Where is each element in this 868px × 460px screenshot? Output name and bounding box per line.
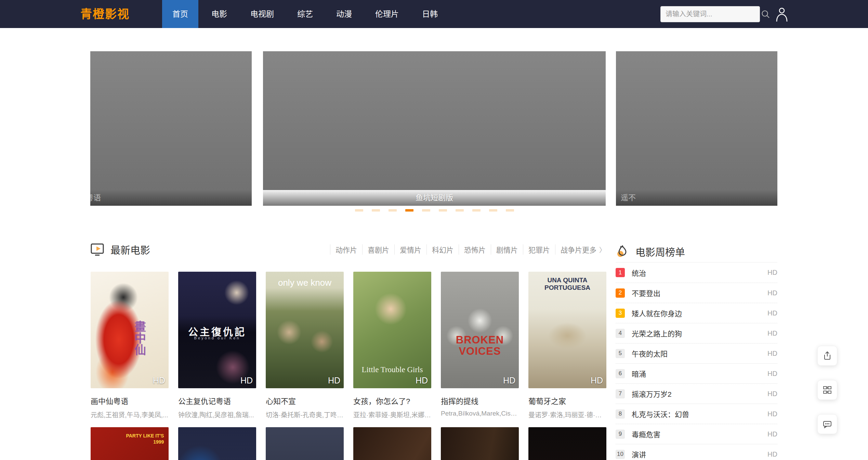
category-link[interactable]: 爱情片 xyxy=(394,244,421,255)
quality-badge: HD xyxy=(503,376,515,385)
category-link[interactable]: 喜剧片 xyxy=(362,244,389,255)
movie-card[interactable] xyxy=(266,427,344,460)
carousel-dot[interactable] xyxy=(389,209,397,212)
movie-card[interactable]: only we know HD 心知不宣 切洛·桑托斯-孔奇奥,丁咚·... xyxy=(266,272,344,419)
ranking-movie-title[interactable]: 统治 xyxy=(632,268,646,278)
comment-button[interactable] xyxy=(817,414,837,434)
poster-artwork-text: 畫中仙 xyxy=(131,321,147,355)
carousel-dot[interactable] xyxy=(422,209,430,212)
top-navbar: 青橙影视 首页 电影 电视剧 综艺 动漫 伦理片 日韩 xyxy=(0,0,868,28)
ranking-movie-title[interactable]: 光荣之路上的狗 xyxy=(632,328,682,338)
search-input[interactable] xyxy=(661,6,761,22)
nav-item[interactable]: 日韩 xyxy=(412,0,448,28)
user-account-icon[interactable] xyxy=(775,6,789,22)
ranking-movie-title[interactable]: 不要登出 xyxy=(632,288,660,298)
category-link[interactable]: 科幻片 xyxy=(426,244,453,255)
carousel-dot[interactable] xyxy=(456,209,464,212)
qr-code-button[interactable] xyxy=(817,380,837,400)
movie-poster[interactable]: BROKEN VOICES HD xyxy=(441,272,519,388)
carousel-dot[interactable] xyxy=(472,209,481,212)
ranking-movie-title[interactable]: 演讲 xyxy=(632,449,646,459)
carousel-dot[interactable] xyxy=(372,209,380,212)
quality-badge: HD xyxy=(240,376,253,385)
more-link[interactable]: 更多 〉 xyxy=(582,244,606,255)
movie-card[interactable] xyxy=(441,427,519,460)
nav-item[interactable]: 电视剧 xyxy=(240,0,284,28)
ranking-movie-title[interactable]: 摇滚万万岁2 xyxy=(632,389,672,399)
ranking-row[interactable]: 4 光荣之路上的狗 HD xyxy=(616,323,777,343)
ranking-row[interactable]: 2 不要登出 HD xyxy=(616,283,777,303)
ranking-row[interactable]: 8 札克与沃沃：幻兽 HD xyxy=(616,404,777,424)
movie-card[interactable]: BROKEN VOICES HD 指挥的提线 Petra,Bílková,Mar… xyxy=(441,272,519,419)
ranking-row[interactable]: 6 暗涌 HD xyxy=(616,363,777,383)
ranking-row[interactable]: 7 摇滚万万岁2 HD xyxy=(616,383,777,404)
movie-poster[interactable] xyxy=(353,427,431,460)
quality-badge: HD xyxy=(591,376,603,385)
poster-artwork-text: BROKEN VOICES xyxy=(441,335,519,357)
category-link[interactable]: 剧情片 xyxy=(491,244,518,255)
movie-poster[interactable] xyxy=(528,427,606,460)
carousel-dot[interactable] xyxy=(355,209,363,212)
ranking-movie-title[interactable]: 午夜的太阳 xyxy=(632,348,668,358)
carousel-dot[interactable] xyxy=(439,209,447,212)
movie-card[interactable] xyxy=(178,427,256,460)
movie-card[interactable] xyxy=(528,427,606,460)
movie-poster[interactable]: 公主復仇記 Beyond our Ken HD xyxy=(178,272,256,388)
category-link[interactable]: 动作片 xyxy=(330,244,357,255)
nav-item[interactable]: 电影 xyxy=(201,0,237,28)
carousel-slide-main[interactable]: 鱼坑短剧版 xyxy=(263,51,606,206)
category-link[interactable]: 恐怖片 xyxy=(459,244,486,255)
movie-poster[interactable]: PARTY LIKE IT'S 1999 xyxy=(91,427,169,460)
ranking-row[interactable]: 9 毒瘾危害 HD xyxy=(616,424,777,444)
quality-label: HD xyxy=(767,370,777,378)
movie-poster[interactable] xyxy=(266,427,344,460)
search-icon[interactable] xyxy=(761,10,770,19)
ranking-movie-title[interactable]: 矮人就在你身边 xyxy=(632,308,682,318)
movie-title[interactable]: 指挥的提线 xyxy=(441,395,519,406)
movie-poster[interactable]: Little Trouble Girls HD xyxy=(353,272,431,388)
ranking-row[interactable]: 1 统治 HD xyxy=(616,262,777,283)
quality-label: HD xyxy=(767,269,777,276)
nav-item[interactable]: 首页 xyxy=(162,0,198,28)
carousel-slide-left[interactable]: 粤语 xyxy=(90,51,252,206)
ranking-movie-title[interactable]: 毒瘾危害 xyxy=(632,429,660,439)
movie-title[interactable]: 葡萄牙之家 xyxy=(528,395,606,406)
nav-item[interactable]: 伦理片 xyxy=(365,0,409,28)
main-nav: 首页 电影 电视剧 综艺 动漫 伦理片 日韩 xyxy=(162,0,451,28)
share-button[interactable] xyxy=(817,346,837,366)
nav-item[interactable]: 综艺 xyxy=(287,0,323,28)
chevron-right-icon: 〉 xyxy=(599,245,606,254)
movie-title[interactable]: 公主复仇记粤语 xyxy=(178,395,256,406)
carousel-dot[interactable] xyxy=(506,209,514,212)
rank-badge: 8 xyxy=(616,409,625,419)
movie-poster[interactable]: UNA QUINTA PORTUGUESA HD xyxy=(528,272,606,388)
movie-poster[interactable]: only we know HD xyxy=(266,272,344,388)
movie-card[interactable]: UNA QUINTA PORTUGUESA HD 葡萄牙之家 曼诺罗·索洛,玛丽… xyxy=(528,272,606,419)
movie-poster[interactable] xyxy=(441,427,519,460)
movie-card[interactable]: 公主復仇記 Beyond our Ken HD 公主复仇记粤语 钟欣潼,陶红,吴… xyxy=(178,272,256,419)
ranking-movie-title[interactable]: 札克与沃沃：幻兽 xyxy=(632,409,689,419)
ranking-row[interactable]: 10 演讲 HD xyxy=(616,444,777,460)
carousel-slide-right[interactable]: 遥不 xyxy=(616,51,777,206)
movie-title[interactable]: 画中仙粤语 xyxy=(91,395,169,406)
carousel-dot[interactable] xyxy=(405,209,413,212)
movie-poster[interactable]: 畫中仙 HD xyxy=(91,272,169,388)
ranking-row[interactable]: 5 午夜的太阳 HD xyxy=(616,343,777,363)
floating-toolbar xyxy=(817,346,837,448)
movie-card[interactable]: Little Trouble Girls HD 女孩，你怎么了? 亚拉·索菲娅·… xyxy=(353,272,431,419)
ranking-movie-title[interactable]: 暗涌 xyxy=(632,368,646,379)
category-link[interactable]: 犯罪片 xyxy=(523,244,550,255)
site-logo[interactable]: 青橙影视 xyxy=(80,0,130,28)
movie-poster[interactable] xyxy=(178,427,256,460)
movie-card[interactable]: 畫中仙 HD 画中仙粤语 元彪,王祖贤,午马,李美凤,... xyxy=(91,272,169,419)
movie-title[interactable]: 心知不宣 xyxy=(266,395,344,406)
nav-item[interactable]: 动漫 xyxy=(326,0,362,28)
movie-title[interactable]: 女孩，你怎么了? xyxy=(353,395,431,406)
carousel-dot[interactable] xyxy=(489,209,497,212)
movie-card[interactable]: PARTY LIKE IT'S 1999 xyxy=(91,427,169,460)
category-link[interactable]: 战争片 xyxy=(555,244,582,255)
movie-card[interactable] xyxy=(353,427,431,460)
ranking-row[interactable]: 3 矮人就在你身边 HD xyxy=(616,303,777,323)
quality-label: HD xyxy=(767,390,777,398)
rank-badge: 1 xyxy=(616,268,625,277)
